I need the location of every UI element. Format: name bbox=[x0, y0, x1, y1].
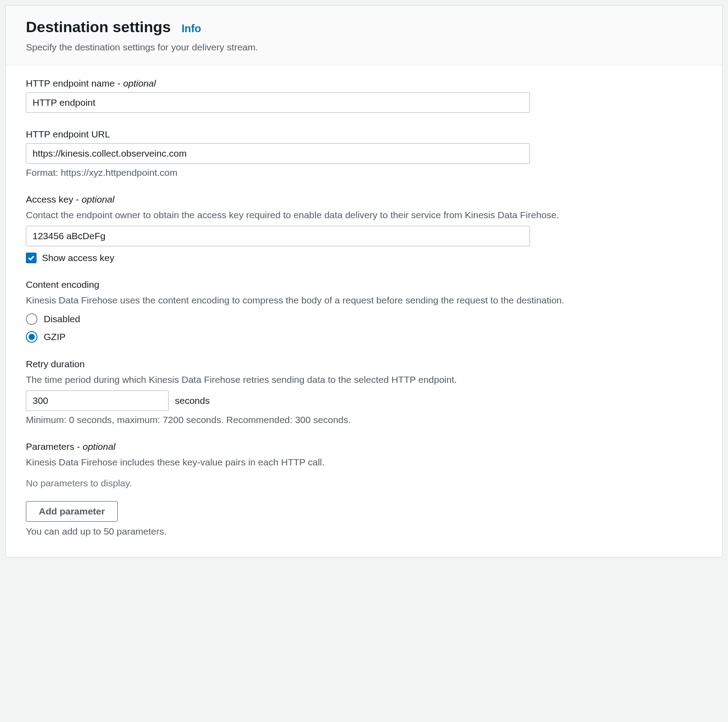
endpoint-name-label-text: HTTP endpoint name - bbox=[26, 78, 123, 88]
show-access-key-label: Show access key bbox=[42, 253, 114, 263]
retry-duration-input-row: seconds bbox=[26, 390, 702, 411]
access-key-help: Contact the endpoint owner to obtain the… bbox=[26, 208, 702, 221]
retry-duration-label: Retry duration bbox=[26, 359, 702, 369]
access-key-label: Access key - optional bbox=[26, 194, 702, 205]
retry-duration-help: The time period during which Kinesis Dat… bbox=[26, 373, 702, 386]
parameters-limit-help: You can add up to 50 parameters. bbox=[26, 526, 702, 537]
parameters-label: Parameters - optional bbox=[26, 441, 702, 452]
show-access-key-checkbox[interactable] bbox=[26, 253, 37, 263]
add-parameter-button[interactable]: Add parameter bbox=[26, 501, 118, 522]
content-encoding-help: Kinesis Data Firehose uses the content e… bbox=[26, 294, 702, 307]
content-encoding-group: Content encoding Kinesis Data Firehose u… bbox=[26, 279, 702, 342]
retry-duration-constraint: Minimum: 0 seconds, maximum: 7200 second… bbox=[26, 415, 702, 425]
access-key-group: Access key - optional Contact the endpoi… bbox=[26, 194, 702, 263]
panel-title: Destination settings bbox=[26, 18, 171, 36]
parameters-optional: optional bbox=[83, 441, 116, 452]
radio-disabled[interactable] bbox=[26, 313, 37, 325]
header-title-row: Destination settings Info bbox=[26, 18, 702, 36]
parameters-help: Kinesis Data Firehose includes these key… bbox=[26, 456, 702, 469]
panel-header: Destination settings Info Specify the de… bbox=[6, 6, 722, 66]
endpoint-url-input[interactable] bbox=[26, 143, 530, 164]
parameters-label-text: Parameters - bbox=[26, 441, 83, 452]
parameters-empty: No parameters to display. bbox=[26, 478, 702, 489]
info-link[interactable]: Info bbox=[182, 22, 201, 35]
radio-disabled-label: Disabled bbox=[44, 314, 80, 324]
endpoint-name-input[interactable] bbox=[26, 92, 530, 113]
retry-duration-group: Retry duration The time period during wh… bbox=[26, 359, 702, 425]
endpoint-url-label: HTTP endpoint URL bbox=[26, 129, 702, 140]
radio-gzip-row[interactable]: GZIP bbox=[26, 331, 702, 343]
content-encoding-radio-group: Disabled GZIP bbox=[26, 313, 702, 343]
retry-duration-input[interactable] bbox=[26, 390, 169, 411]
check-icon bbox=[27, 254, 35, 262]
access-key-optional: optional bbox=[82, 194, 115, 204]
destination-settings-panel: Destination settings Info Specify the de… bbox=[5, 5, 723, 557]
endpoint-url-format-help: Format: https://xyz.httpendpoint.com bbox=[26, 167, 702, 178]
access-key-input[interactable] bbox=[26, 226, 530, 246]
retry-duration-unit: seconds bbox=[175, 395, 210, 406]
endpoint-name-group: HTTP endpoint name - optional bbox=[26, 78, 702, 113]
endpoint-name-optional: optional bbox=[123, 78, 156, 88]
panel-subtitle: Specify the destination settings for you… bbox=[26, 42, 702, 53]
radio-gzip-label: GZIP bbox=[44, 332, 66, 342]
radio-disabled-row[interactable]: Disabled bbox=[26, 313, 702, 325]
panel-body: HTTP endpoint name - optional HTTP endpo… bbox=[6, 66, 722, 557]
endpoint-name-label: HTTP endpoint name - optional bbox=[26, 78, 702, 89]
endpoint-url-group: HTTP endpoint URL Format: https://xyz.ht… bbox=[26, 129, 702, 178]
radio-gzip[interactable] bbox=[26, 331, 37, 343]
access-key-label-text: Access key - bbox=[26, 194, 82, 204]
show-access-key-row[interactable]: Show access key bbox=[26, 253, 702, 263]
content-encoding-label: Content encoding bbox=[26, 279, 702, 290]
parameters-group: Parameters - optional Kinesis Data Fireh… bbox=[26, 441, 702, 536]
